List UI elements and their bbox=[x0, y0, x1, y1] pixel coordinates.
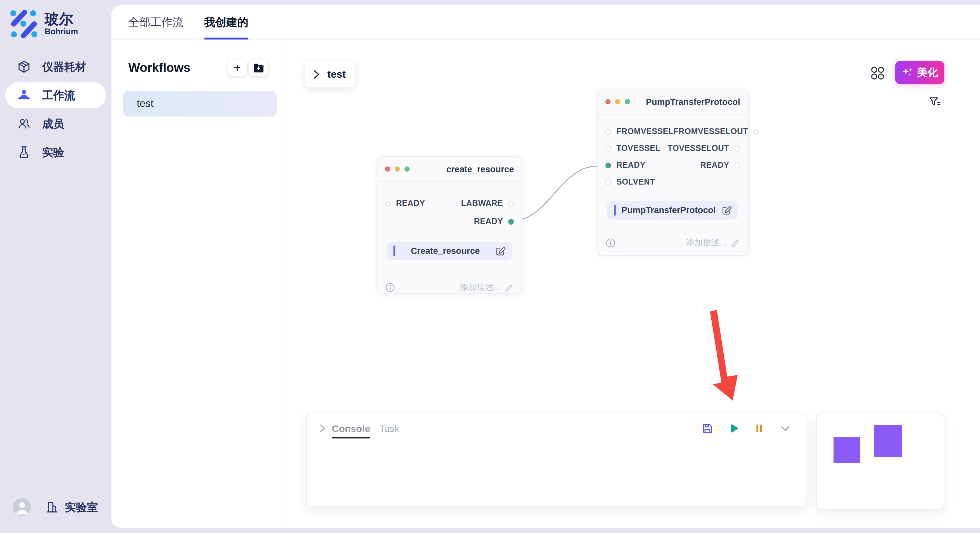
output-port-ready[interactable]: READY bbox=[700, 160, 740, 170]
pencil-icon bbox=[504, 283, 514, 292]
run-icon[interactable] bbox=[727, 422, 740, 435]
sidebar-item-experiments[interactable]: 实验 bbox=[5, 139, 106, 165]
workflows-title: Workflows bbox=[128, 61, 226, 75]
breadcrumb[interactable]: test bbox=[305, 62, 355, 87]
pause-icon[interactable] bbox=[753, 422, 765, 435]
save-icon[interactable] bbox=[701, 422, 714, 435]
node-title: PumpTransferProtocol bbox=[630, 97, 740, 106]
avatar[interactable] bbox=[13, 498, 31, 516]
breadcrumb-label: test bbox=[327, 69, 346, 80]
output-port-fromvesselout[interactable]: FROMVESSELOUT bbox=[673, 127, 759, 136]
experiment-icon bbox=[17, 145, 31, 159]
port-label: SOLVENT bbox=[616, 178, 655, 187]
node-title: create_resource bbox=[410, 164, 514, 174]
output-port-labware[interactable]: LABWARE bbox=[461, 199, 514, 208]
sidebar-item-instruments[interactable]: 仪器耗材 bbox=[5, 54, 106, 80]
tab-task[interactable]: Task bbox=[379, 423, 399, 434]
minimap-node bbox=[874, 425, 902, 457]
main-panel: 全部工作流 我创建的 Workflows + bbox=[111, 5, 980, 528]
node-action[interactable]: PumpTransferProtocol bbox=[607, 201, 738, 219]
logo-title: 玻尔 bbox=[45, 12, 78, 27]
window-dot-green bbox=[404, 167, 410, 171]
sidebar-nav: 仪器耗材 工作流 成员 bbox=[0, 54, 111, 165]
port-circle bbox=[508, 200, 514, 206]
add-description[interactable]: 添加描述... bbox=[686, 237, 740, 249]
folder-import-icon bbox=[253, 63, 264, 73]
sparkles-icon bbox=[902, 67, 913, 78]
package-icon bbox=[17, 60, 31, 74]
app-window: 玻尔 Bohrium 仪器耗材 工作流 bbox=[0, 0, 980, 533]
window-dot-green bbox=[625, 99, 630, 104]
port-circle-connected bbox=[605, 162, 611, 168]
window-dot-red bbox=[385, 167, 390, 171]
bohrium-logo-icon bbox=[10, 10, 38, 38]
port-label: TOVESSEL bbox=[616, 144, 660, 153]
input-port-solvent[interactable]: SOLVENT bbox=[605, 178, 655, 187]
edit-icon[interactable] bbox=[495, 246, 506, 256]
input-port-ready[interactable]: READY bbox=[385, 199, 425, 208]
port-label: READY bbox=[474, 217, 503, 226]
tab-my-created[interactable]: 我创建的 bbox=[204, 5, 248, 40]
node-create-resource[interactable]: create_resource READY LABWARE bbox=[377, 156, 522, 294]
info-icon[interactable] bbox=[385, 282, 395, 293]
console-panel: Console Task bbox=[306, 412, 806, 507]
node-action[interactable]: Create_resource bbox=[387, 241, 512, 260]
workflow-icon bbox=[17, 88, 31, 102]
port-circle bbox=[605, 128, 611, 134]
node-connection-edge bbox=[513, 166, 597, 220]
node-action-label: PumpTransferProtocol bbox=[616, 205, 721, 215]
description-placeholder: 添加描述... bbox=[460, 282, 500, 293]
workflow-canvas[interactable]: test 美化 bbox=[283, 40, 980, 528]
sidebar-item-label: 工作流 bbox=[42, 88, 75, 103]
output-port-tovesselout[interactable]: TOVESSELOUT bbox=[668, 144, 740, 153]
building-icon bbox=[45, 500, 59, 514]
workflow-list-item[interactable]: test bbox=[123, 90, 277, 117]
plus-icon: + bbox=[234, 61, 241, 73]
input-port-ready[interactable]: READY bbox=[605, 160, 646, 170]
output-port-ready[interactable]: READY bbox=[474, 217, 514, 226]
port-circle bbox=[734, 145, 740, 151]
add-workflow-button[interactable]: + bbox=[228, 60, 247, 76]
node-header: PumpTransferProtocol bbox=[598, 89, 748, 115]
window-dot-red bbox=[605, 99, 611, 104]
chevron-down-icon[interactable] bbox=[779, 422, 791, 435]
window-dot-yellow bbox=[615, 99, 620, 104]
tab-all-workflows[interactable]: 全部工作流 bbox=[128, 5, 183, 40]
info-icon[interactable] bbox=[605, 238, 616, 248]
filter-icon[interactable] bbox=[928, 95, 941, 108]
port-label: FROMVESSEL bbox=[616, 127, 673, 136]
port-circle bbox=[385, 200, 391, 206]
minimap-node bbox=[834, 437, 860, 463]
port-circle-connected bbox=[508, 219, 514, 224]
sidebar-item-members[interactable]: 成员 bbox=[5, 111, 106, 136]
workflow-name: test bbox=[137, 98, 154, 109]
lab-selector[interactable]: 实验室 bbox=[65, 500, 98, 514]
port-label: READY bbox=[616, 160, 646, 170]
logo: 玻尔 Bohrium bbox=[0, 0, 111, 38]
port-label: TOVESSELOUT bbox=[668, 144, 729, 153]
beautify-button[interactable]: 美化 bbox=[895, 61, 944, 84]
sidebar-item-label: 成员 bbox=[42, 116, 64, 131]
add-description[interactable]: 添加描述... bbox=[460, 282, 514, 293]
port-circle bbox=[753, 128, 759, 134]
port-label: LABWARE bbox=[461, 199, 503, 208]
edit-icon[interactable] bbox=[721, 205, 732, 215]
node-pump-transfer-protocol[interactable]: PumpTransferProtocol FROMVESSEL FROMVESS… bbox=[597, 89, 749, 256]
members-icon bbox=[17, 117, 31, 131]
sidebar: 玻尔 Bohrium 仪器耗材 工作流 bbox=[0, 0, 111, 533]
input-port-tovessel[interactable]: TOVESSEL bbox=[605, 144, 660, 153]
node-action-label: Create_resource bbox=[395, 246, 495, 256]
tab-console[interactable]: Console bbox=[332, 423, 370, 434]
minimap[interactable] bbox=[816, 412, 944, 510]
workflow-tabbar: 全部工作流 我创建的 bbox=[111, 5, 980, 40]
port-circle bbox=[605, 179, 611, 185]
command-grid-icon[interactable] bbox=[870, 66, 885, 80]
sidebar-item-workflow[interactable]: 工作流 bbox=[5, 82, 106, 108]
port-label: READY bbox=[396, 199, 425, 208]
import-folder-button[interactable] bbox=[249, 60, 268, 76]
workflows-panel: Workflows + test bbox=[111, 40, 283, 528]
input-port-fromvessel[interactable]: FROMVESSEL bbox=[605, 127, 673, 136]
collapse-chevron-right-icon[interactable] bbox=[318, 424, 327, 433]
sidebar-item-label: 仪器耗材 bbox=[42, 59, 86, 74]
logo-subtitle: Bohrium bbox=[45, 27, 78, 36]
